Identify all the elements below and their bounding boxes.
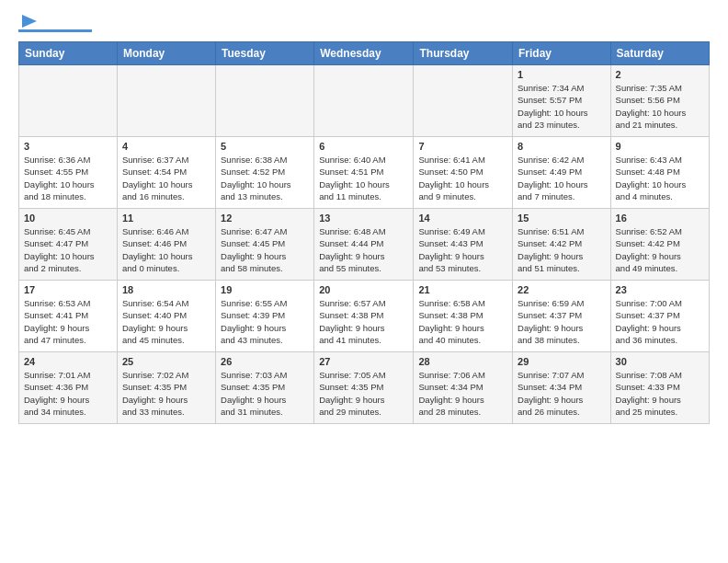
calendar-cell: 26Sunrise: 7:03 AM Sunset: 4:35 PM Dayli… xyxy=(216,352,314,424)
calendar-cell: 23Sunrise: 7:00 AM Sunset: 4:37 PM Dayli… xyxy=(610,281,709,352)
day-number: 29 xyxy=(518,356,606,367)
calendar-cell: 6Sunrise: 6:40 AM Sunset: 4:51 PM Daylig… xyxy=(314,137,414,209)
page: SundayMondayTuesdayWednesdayThursdayFrid… xyxy=(0,0,728,433)
day-info: Sunrise: 6:54 AM Sunset: 4:40 PM Dayligh… xyxy=(122,297,210,346)
day-number: 22 xyxy=(518,284,606,295)
day-number: 13 xyxy=(319,213,408,224)
day-info: Sunrise: 7:06 AM Sunset: 4:34 PM Dayligh… xyxy=(418,369,507,418)
day-number: 8 xyxy=(518,141,606,152)
logo-arrow-icon xyxy=(20,15,37,28)
col-header-saturday: Saturday xyxy=(610,42,709,65)
calendar-cell: 24Sunrise: 7:01 AM Sunset: 4:36 PM Dayli… xyxy=(19,352,118,424)
calendar-cell: 9Sunrise: 6:43 AM Sunset: 4:48 PM Daylig… xyxy=(610,137,709,209)
day-info: Sunrise: 6:42 AM Sunset: 4:49 PM Dayligh… xyxy=(518,154,606,202)
calendar: SundayMondayTuesdayWednesdayThursdayFrid… xyxy=(18,41,710,424)
day-number: 6 xyxy=(319,141,408,152)
calendar-cell xyxy=(19,65,118,137)
calendar-cell: 16Sunrise: 6:52 AM Sunset: 4:42 PM Dayli… xyxy=(610,209,709,281)
day-number: 27 xyxy=(319,356,408,367)
calendar-cell: 2Sunrise: 7:35 AM Sunset: 5:56 PM Daylig… xyxy=(610,65,709,137)
day-info: Sunrise: 6:36 AM Sunset: 4:55 PM Dayligh… xyxy=(24,154,112,202)
day-number: 11 xyxy=(122,213,210,224)
day-info: Sunrise: 7:05 AM Sunset: 4:35 PM Dayligh… xyxy=(319,369,408,418)
calendar-cell: 12Sunrise: 6:47 AM Sunset: 4:45 PM Dayli… xyxy=(216,209,314,281)
calendar-cell: 30Sunrise: 7:08 AM Sunset: 4:33 PM Dayli… xyxy=(610,352,709,424)
calendar-cell: 18Sunrise: 6:54 AM Sunset: 4:40 PM Dayli… xyxy=(117,281,215,352)
day-info: Sunrise: 6:41 AM Sunset: 4:50 PM Dayligh… xyxy=(418,154,507,202)
day-info: Sunrise: 6:46 AM Sunset: 4:46 PM Dayligh… xyxy=(122,225,210,274)
logo-underline xyxy=(18,29,92,32)
day-number: 4 xyxy=(122,141,210,152)
col-header-sunday: Sunday xyxy=(19,42,118,65)
logo xyxy=(18,15,92,32)
calendar-cell: 7Sunrise: 6:41 AM Sunset: 4:50 PM Daylig… xyxy=(414,137,513,209)
day-info: Sunrise: 6:59 AM Sunset: 4:37 PM Dayligh… xyxy=(518,297,606,346)
day-info: Sunrise: 7:34 AM Sunset: 5:57 PM Dayligh… xyxy=(518,82,606,131)
day-info: Sunrise: 6:58 AM Sunset: 4:38 PM Dayligh… xyxy=(418,297,507,346)
svg-marker-0 xyxy=(22,15,37,28)
calendar-cell xyxy=(117,65,215,137)
day-number: 7 xyxy=(418,141,507,152)
calendar-week-1: 1Sunrise: 7:34 AM Sunset: 5:57 PM Daylig… xyxy=(19,65,710,137)
col-header-monday: Monday xyxy=(117,42,215,65)
day-info: Sunrise: 7:02 AM Sunset: 4:35 PM Dayligh… xyxy=(122,369,210,418)
day-number: 17 xyxy=(24,284,112,295)
day-info: Sunrise: 6:48 AM Sunset: 4:44 PM Dayligh… xyxy=(319,225,408,274)
day-number: 25 xyxy=(122,356,210,367)
calendar-cell: 8Sunrise: 6:42 AM Sunset: 4:49 PM Daylig… xyxy=(513,137,611,209)
day-number: 24 xyxy=(24,356,112,367)
day-number: 5 xyxy=(221,141,309,152)
calendar-cell: 10Sunrise: 6:45 AM Sunset: 4:47 PM Dayli… xyxy=(19,209,118,281)
calendar-week-4: 17Sunrise: 6:53 AM Sunset: 4:41 PM Dayli… xyxy=(19,281,710,352)
day-number: 19 xyxy=(221,284,309,295)
day-info: Sunrise: 6:37 AM Sunset: 4:54 PM Dayligh… xyxy=(122,154,210,202)
day-number: 18 xyxy=(122,284,210,295)
calendar-cell: 29Sunrise: 7:07 AM Sunset: 4:34 PM Dayli… xyxy=(513,352,611,424)
calendar-cell: 21Sunrise: 6:58 AM Sunset: 4:38 PM Dayli… xyxy=(414,281,513,352)
day-info: Sunrise: 7:35 AM Sunset: 5:56 PM Dayligh… xyxy=(616,82,704,131)
header xyxy=(18,15,710,32)
day-number: 26 xyxy=(221,356,309,367)
calendar-cell: 13Sunrise: 6:48 AM Sunset: 4:44 PM Dayli… xyxy=(314,209,414,281)
day-number: 23 xyxy=(616,284,704,295)
calendar-week-5: 24Sunrise: 7:01 AM Sunset: 4:36 PM Dayli… xyxy=(19,352,710,424)
calendar-cell: 22Sunrise: 6:59 AM Sunset: 4:37 PM Dayli… xyxy=(513,281,611,352)
calendar-cell: 3Sunrise: 6:36 AM Sunset: 4:55 PM Daylig… xyxy=(19,137,118,209)
calendar-cell: 1Sunrise: 7:34 AM Sunset: 5:57 PM Daylig… xyxy=(513,65,611,137)
calendar-week-2: 3Sunrise: 6:36 AM Sunset: 4:55 PM Daylig… xyxy=(19,137,710,209)
col-header-tuesday: Tuesday xyxy=(216,42,314,65)
day-number: 9 xyxy=(616,141,704,152)
calendar-cell xyxy=(216,65,314,137)
day-number: 30 xyxy=(616,356,704,367)
day-number: 12 xyxy=(221,213,309,224)
day-info: Sunrise: 7:07 AM Sunset: 4:34 PM Dayligh… xyxy=(518,369,606,418)
col-header-thursday: Thursday xyxy=(414,42,513,65)
day-info: Sunrise: 6:49 AM Sunset: 4:43 PM Dayligh… xyxy=(418,225,507,274)
day-info: Sunrise: 6:45 AM Sunset: 4:47 PM Dayligh… xyxy=(24,225,112,274)
day-info: Sunrise: 7:01 AM Sunset: 4:36 PM Dayligh… xyxy=(24,369,112,418)
day-number: 15 xyxy=(518,213,606,224)
day-number: 3 xyxy=(24,141,112,152)
calendar-cell: 4Sunrise: 6:37 AM Sunset: 4:54 PM Daylig… xyxy=(117,137,215,209)
calendar-cell: 20Sunrise: 6:57 AM Sunset: 4:38 PM Dayli… xyxy=(314,281,414,352)
day-number: 1 xyxy=(518,69,606,80)
calendar-cell: 25Sunrise: 7:02 AM Sunset: 4:35 PM Dayli… xyxy=(117,352,215,424)
day-number: 28 xyxy=(418,356,507,367)
day-number: 14 xyxy=(418,213,507,224)
calendar-cell: 15Sunrise: 6:51 AM Sunset: 4:42 PM Dayli… xyxy=(513,209,611,281)
day-number: 21 xyxy=(418,284,507,295)
calendar-week-3: 10Sunrise: 6:45 AM Sunset: 4:47 PM Dayli… xyxy=(19,209,710,281)
col-header-friday: Friday xyxy=(513,42,611,65)
calendar-cell: 19Sunrise: 6:55 AM Sunset: 4:39 PM Dayli… xyxy=(216,281,314,352)
day-info: Sunrise: 7:03 AM Sunset: 4:35 PM Dayligh… xyxy=(221,369,309,418)
day-info: Sunrise: 7:00 AM Sunset: 4:37 PM Dayligh… xyxy=(616,297,704,346)
calendar-cell xyxy=(414,65,513,137)
calendar-header-row: SundayMondayTuesdayWednesdayThursdayFrid… xyxy=(19,42,710,65)
day-info: Sunrise: 6:55 AM Sunset: 4:39 PM Dayligh… xyxy=(221,297,309,346)
calendar-cell: 5Sunrise: 6:38 AM Sunset: 4:52 PM Daylig… xyxy=(216,137,314,209)
calendar-cell: 17Sunrise: 6:53 AM Sunset: 4:41 PM Dayli… xyxy=(19,281,118,352)
day-info: Sunrise: 6:53 AM Sunset: 4:41 PM Dayligh… xyxy=(24,297,112,346)
day-info: Sunrise: 6:43 AM Sunset: 4:48 PM Dayligh… xyxy=(616,154,704,202)
day-number: 16 xyxy=(616,213,704,224)
day-info: Sunrise: 6:40 AM Sunset: 4:51 PM Dayligh… xyxy=(319,154,408,202)
